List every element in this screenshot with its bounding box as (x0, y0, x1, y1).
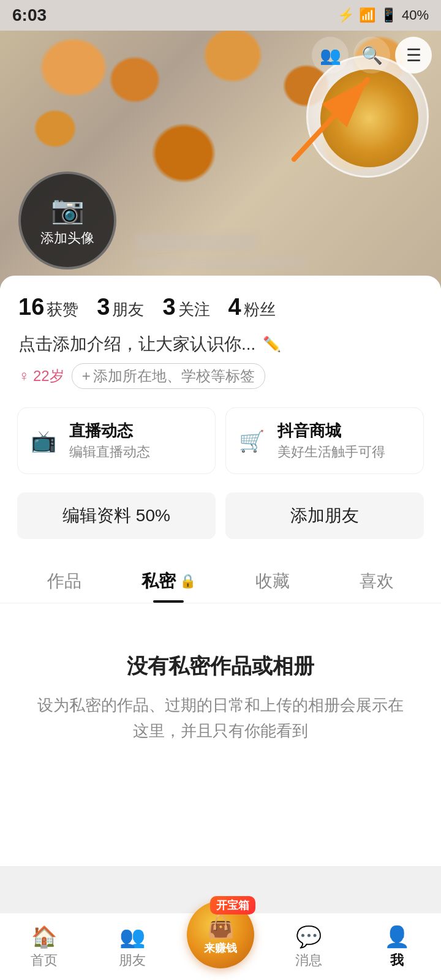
earn-label: 来赚钱 (204, 941, 237, 956)
profile-banner: 👥 🔍 ☰ 📷 添加头像 (0, 31, 441, 288)
shop-icon: 🛒 (236, 425, 268, 457)
following-label: 关注 (178, 299, 210, 320)
stat-friends[interactable]: 3 朋友 (97, 294, 144, 320)
action-buttons: 编辑资料 50% 添加朋友 (0, 486, 441, 551)
shop-title: 抖音商城 (277, 420, 385, 442)
fruit-bowl (306, 55, 429, 178)
live-feature-card[interactable]: 📺 直播动态 编辑直播动态 (17, 407, 216, 474)
me-icon: 👤 (384, 924, 410, 949)
tabs-row: 作品 私密 🔒 收藏 喜欢 (0, 557, 441, 603)
tab-private-label: 私密 (141, 570, 176, 593)
earn-badge: 开宝箱 (210, 896, 255, 914)
add-tag-button[interactable]: + 添加所在地、学校等标签 (72, 363, 265, 389)
empty-description: 设为私密的作品、过期的日常和上传的相册会展示在这里，并且只有你能看到 (37, 693, 404, 744)
add-tag-icon: + (82, 368, 91, 385)
likes-count: 16 (18, 294, 44, 320)
main-content: 16 获赞 3 朋友 3 关注 4 粉丝 点击添加介绍，让大家认识你... ✏️… (0, 276, 441, 866)
earn-icon: 👜 (207, 914, 235, 940)
camera-icon: 📷 (51, 194, 85, 225)
live-subtitle: 编辑直播动态 (69, 443, 150, 461)
empty-title: 没有私密作品或相册 (37, 652, 404, 680)
lock-icon: 🔒 (179, 573, 196, 589)
search-icon: 🔍 (361, 45, 383, 66)
status-bar: 6:03 ⚡ 📶 📱 40% (0, 0, 441, 31)
edit-profile-button[interactable]: 编辑资料 50% (17, 492, 216, 539)
age-tag: ♀ 22岁 (18, 366, 64, 386)
tab-collections[interactable]: 收藏 (221, 557, 325, 603)
tab-collections-label: 收藏 (255, 570, 290, 593)
stat-following[interactable]: 3 关注 (162, 294, 209, 320)
menu-icon: ☰ (406, 45, 421, 66)
friends-button[interactable]: 👥 (312, 37, 349, 74)
following-count: 3 (162, 294, 175, 320)
add-friend-button[interactable]: 添加朋友 (225, 492, 424, 539)
bio-text: 点击添加介绍，让大家认识你... (18, 333, 255, 356)
username-area (135, 234, 417, 270)
shop-feature-card[interactable]: 🛒 抖音商城 美好生活触手可得 (225, 407, 424, 474)
search-button[interactable]: 🔍 (353, 37, 390, 74)
live-title: 直播动态 (69, 420, 150, 442)
edit-bio-icon[interactable]: ✏️ (263, 336, 281, 353)
nav-messages[interactable]: 💬 消息 (265, 924, 353, 970)
bottom-nav: 🏠 首页 👥 朋友 开宝箱 👜 来赚钱 💬 消息 👤 我 (0, 913, 441, 980)
nav-home[interactable]: 🏠 首页 (0, 924, 88, 970)
tab-likes[interactable]: 喜欢 (325, 557, 429, 603)
age-text: 22岁 (33, 366, 64, 386)
nav-earn[interactable]: 开宝箱 👜 来赚钱 (176, 925, 265, 968)
tab-likes-label: 喜欢 (360, 570, 394, 593)
friends-label: 朋友 (112, 299, 144, 320)
messages-label: 消息 (295, 951, 322, 970)
feature-cards: 📺 直播动态 编辑直播动态 🛒 抖音商城 美好生活触手可得 (0, 401, 441, 486)
stat-followers[interactable]: 4 粉丝 (228, 294, 276, 320)
live-info: 直播动态 编辑直播动态 (69, 420, 150, 461)
stats-row: 16 获赞 3 朋友 3 关注 4 粉丝 (0, 276, 441, 326)
bio-section[interactable]: 点击添加介绍，让大家认识你... ✏️ (0, 326, 441, 363)
tags-section: ♀ 22岁 + 添加所在地、学校等标签 (0, 363, 441, 401)
add-tag-label: 添加所在地、学校等标签 (93, 366, 255, 386)
userid-blurred (135, 256, 306, 270)
stat-likes[interactable]: 16 获赞 (18, 294, 78, 320)
wifi-icon: 📶 (359, 7, 375, 23)
gender-icon: ♀ (18, 368, 29, 385)
followers-count: 4 (228, 294, 241, 320)
shop-info: 抖音商城 美好生活触手可得 (277, 420, 385, 461)
friends-nav-label: 朋友 (119, 951, 146, 970)
earn-button[interactable]: 开宝箱 👜 来赚钱 (187, 901, 254, 968)
add-avatar-label: 添加头像 (40, 229, 94, 247)
add-avatar-button[interactable]: 📷 添加头像 (18, 172, 116, 270)
menu-button[interactable]: ☰ (395, 37, 432, 74)
tab-works-label: 作品 (47, 570, 81, 593)
likes-label: 获赞 (47, 299, 78, 320)
avatar-section: 📷 添加头像 (18, 172, 116, 270)
friends-nav-icon: 👥 (119, 924, 145, 949)
followers-label: 粉丝 (244, 299, 276, 320)
live-icon: 📺 (28, 425, 59, 457)
nav-friends[interactable]: 👥 朋友 (88, 924, 176, 970)
friends-icon: 👥 (320, 45, 341, 66)
me-label: 我 (390, 951, 404, 970)
status-time: 6:03 (12, 6, 47, 25)
home-label: 首页 (31, 951, 58, 970)
status-icons: ⚡ 📶 📱 40% (337, 7, 429, 23)
signal-icon: 📱 (380, 7, 397, 23)
tab-private[interactable]: 私密 🔒 (116, 557, 221, 603)
home-icon: 🏠 (31, 924, 57, 949)
bluetooth-icon: ⚡ (337, 7, 354, 23)
battery-indicator: 40% (402, 7, 429, 23)
empty-state: 没有私密作品或相册 设为私密的作品、过期的日常和上传的相册会展示在这里，并且只有… (0, 603, 441, 780)
bottom-spacer (0, 780, 441, 854)
shop-subtitle: 美好生活触手可得 (277, 443, 385, 461)
friends-count: 3 (97, 294, 110, 320)
username-blurred (135, 234, 257, 251)
header-actions: 👥 🔍 ☰ (312, 37, 432, 74)
messages-icon: 💬 (296, 924, 322, 949)
tab-works[interactable]: 作品 (12, 557, 116, 603)
nav-me[interactable]: 👤 我 (353, 924, 441, 970)
